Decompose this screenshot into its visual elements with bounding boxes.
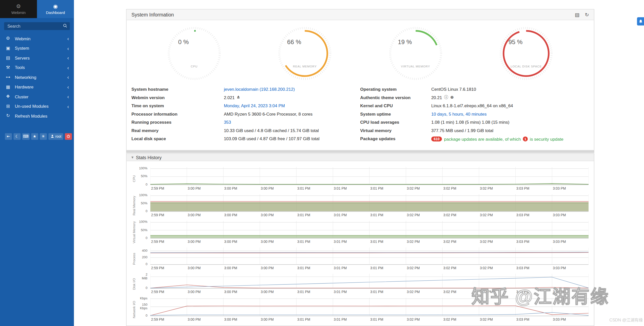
- updates-link-text[interactable]: is security update: [530, 136, 563, 141]
- x-tick-label: 3:02 PM: [407, 266, 420, 270]
- info-value: 103.09 GiB used / 4.87 GiB free / 107.97…: [224, 136, 320, 141]
- info-value-link[interactable]: 353: [224, 120, 231, 124]
- chevron-left-icon: ‹: [67, 36, 69, 41]
- x-tick-label: 3:00 PM: [224, 213, 237, 217]
- sidebar-item-tools[interactable]: ⚒Tools‹: [0, 63, 74, 72]
- chart-real-memory: Real Memory100%50%02:59 PM3:00 PM3:00 PM…: [150, 194, 588, 217]
- search-icon[interactable]: [63, 23, 67, 28]
- gauge-ring: [167, 27, 221, 80]
- x-tick-label: 3:02 PM: [407, 290, 420, 294]
- tab-dashboard[interactable]: ◉ Dashboard: [37, 0, 74, 18]
- info-value-text: Linux 6.1.8-1.el7.elrepo.x86_64 on x86_6…: [431, 103, 513, 108]
- info-row-system-uptime: System uptime10 days, 5 hours, 40 minute…: [360, 112, 589, 120]
- sidebar-item-networking[interactable]: ⊶Networking‹: [0, 72, 74, 82]
- x-tick-label: 3:01 PM: [297, 213, 310, 217]
- tab-webmin-label: Webmin: [11, 10, 26, 15]
- sidebar-item-hardware[interactable]: ▦Hardware‹: [0, 82, 74, 92]
- x-tick-label: 3:02 PM: [480, 317, 493, 321]
- theme-icon[interactable]: ✳: [40, 133, 47, 140]
- y-tick-label: 0: [146, 183, 147, 186]
- sidebar-footer: ⇤☾⌨★✳root: [5, 133, 74, 140]
- x-tick-label: 3:02 PM: [407, 240, 420, 244]
- x-tick-label: 3:00 PM: [261, 317, 274, 321]
- updates-link-text[interactable]: package updates are available, of which: [444, 136, 521, 141]
- gauge-percent: 95 %: [500, 38, 532, 45]
- x-tick-label: 3:00 PM: [224, 317, 237, 321]
- refresh-icon[interactable]: ↻: [585, 12, 589, 17]
- info-label: CPU load averages: [360, 120, 431, 124]
- info-row-cpu-load-averages: CPU load averages1.08 (1 min) 1.08 (5 mi…: [360, 120, 589, 128]
- info-value-link[interactable]: 10 days, 5 hours, 40 minutes: [431, 112, 487, 116]
- chart-plot: 2 MiB0: [150, 274, 589, 288]
- y-tick-label: 50%: [141, 228, 147, 232]
- chart-plot: 100%50%0: [150, 194, 589, 212]
- info-value: 20.21ⓘ⊕: [431, 95, 454, 100]
- sidebar-item-label: Networking: [15, 75, 67, 80]
- sitemap-icon[interactable]: ⋔: [237, 95, 240, 99]
- sidebar-item-label: Servers: [15, 56, 67, 60]
- x-tick-label: 3:00 PM: [261, 213, 274, 217]
- sidebar-item-system[interactable]: ▣System‹: [0, 43, 74, 53]
- sidebar-item-webmin[interactable]: ⚙Webmin‹: [0, 34, 74, 43]
- chip-icon: ▦: [5, 84, 11, 89]
- notifications-button[interactable]: [637, 17, 644, 25]
- x-tick-label: 3:01 PM: [370, 240, 383, 244]
- info-label: Local disk space: [131, 136, 224, 141]
- security-count-badge[interactable]: 1: [523, 136, 528, 141]
- info-icon[interactable]: ⓘ: [444, 95, 448, 99]
- chevron-left-icon: ‹: [67, 94, 69, 99]
- x-axis-labels: 2:59 PM3:00 PM3:00 PM3:00 PM3:01 PM3:01 …: [150, 212, 589, 217]
- gauge-percent: 19 %: [389, 38, 421, 45]
- x-tick-label: 3:02 PM: [407, 186, 420, 190]
- sidebar-item-label: Refresh Modules: [15, 113, 69, 118]
- x-tick-label: 3:02 PM: [407, 317, 420, 321]
- info-row-kernel-and-cpu: Kernel and CPULinux 6.1.8-1.el7.elrepo.x…: [360, 103, 589, 111]
- night-mode-icon[interactable]: ☾: [14, 133, 21, 140]
- info-value-link[interactable]: jeven.localdomain (192.168.200.212): [224, 87, 295, 92]
- x-tick-label: 3:01 PM: [297, 240, 310, 244]
- user-button[interactable]: root: [48, 133, 63, 140]
- tab-webmin[interactable]: ⚙ Webmin: [0, 0, 37, 18]
- collapse-caret-icon[interactable]: ▾: [131, 155, 133, 159]
- x-tick-label: 3:01 PM: [334, 186, 347, 190]
- gauge-ring: [500, 27, 553, 80]
- page-title: System Information: [131, 12, 174, 17]
- x-tick-label: 3:00 PM: [261, 290, 274, 294]
- x-tick-label: 3:03 PM: [516, 186, 529, 190]
- power-icon[interactable]: [65, 133, 72, 140]
- info-row-local-disk-space: Local disk space103.09 GiB used / 4.87 G…: [131, 136, 355, 144]
- chart-disk-i-o: Disk I/O2 MiB02:59 PM3:00 PM3:00 PM3:00 …: [150, 274, 588, 294]
- info-value: 377.75 MiB used / 1.99 GiB total: [431, 128, 493, 133]
- gauge-label: LOCAL DISK SPACE: [500, 65, 553, 68]
- globe-icon[interactable]: ⊕: [450, 95, 454, 99]
- info-label: Webmin version: [131, 95, 224, 100]
- sidebar-item-label: Cluster: [15, 94, 67, 99]
- collapse-icon[interactable]: ⇤: [5, 133, 12, 140]
- info-label: Operating system: [360, 87, 431, 92]
- sidebar-item-refresh-modules[interactable]: ↻Refresh Modules: [0, 111, 74, 121]
- y-tick-label: 0: [146, 314, 147, 318]
- info-row-system-hostname: System hostnamejeven.localdomain (192.16…: [131, 87, 355, 95]
- y-tick-label: 0: [146, 286, 147, 290]
- modules-icon: ⊞: [5, 103, 11, 109]
- search-box: [4, 22, 70, 30]
- terminal-icon[interactable]: ⌨: [22, 133, 30, 140]
- x-tick-label: 3:03 PM: [553, 186, 566, 190]
- clipboard-icon[interactable]: ▤: [575, 12, 579, 17]
- updates-count-badge[interactable]: 610: [431, 136, 442, 141]
- panel-tools: ▤ ↻: [575, 12, 589, 17]
- info-label: Virtual memory: [360, 128, 431, 133]
- chart-network-i-o: Network I/OKbps150 Kbps02:59 PM3:00 PM3:…: [150, 298, 588, 321]
- info-value-text: 1.08 (1 min) 1.08 (5 mins) 1.08 (15 mins…: [431, 120, 510, 124]
- favorites-icon[interactable]: ★: [31, 133, 38, 140]
- y-tick-label: 0: [146, 236, 147, 240]
- sidebar-item-un-used-modules[interactable]: ⊞Un-used Modules‹: [0, 101, 74, 111]
- sidebar-item-servers[interactable]: ▤Servers‹: [0, 53, 74, 63]
- info-value-text: 103.09 GiB used / 4.87 GiB free / 107.97…: [224, 136, 320, 141]
- info-value-link[interactable]: Monday, April 24, 2023 3:04 PM: [224, 103, 285, 108]
- sidebar-item-cluster[interactable]: ❖Cluster‹: [0, 92, 74, 101]
- info-value-text: 10.33 GiB used / 4.8 GiB cached / 15.74 …: [224, 128, 319, 133]
- x-tick-label: 3:00 PM: [188, 240, 201, 244]
- x-tick-label: 3:01 PM: [370, 317, 383, 321]
- search-input[interactable]: [4, 22, 70, 30]
